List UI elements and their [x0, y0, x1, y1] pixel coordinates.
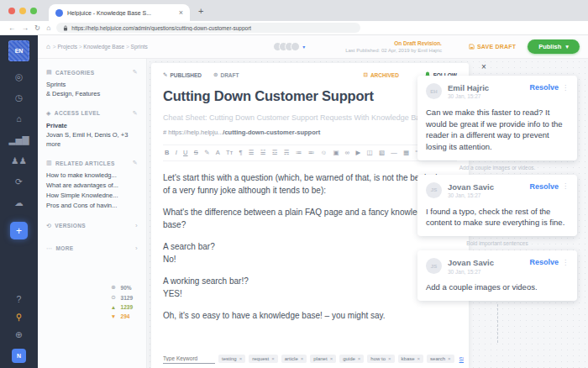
- remove-tag-icon[interactable]: ×: [330, 356, 333, 361]
- align-left-icon[interactable]: ☰: [249, 150, 255, 156]
- more-section[interactable]: ⋯ MORE ›: [46, 244, 138, 256]
- commenter-name: Jovan Savic: [448, 258, 494, 268]
- comment-timestamp: 30 Jan, 15:27: [448, 269, 494, 276]
- edit-access-icon[interactable]: ✎: [133, 110, 138, 117]
- text-color-icon[interactable]: A: [216, 150, 220, 156]
- close-window-button[interactable]: [8, 8, 15, 14]
- table-icon[interactable]: ▦: [403, 150, 409, 156]
- new-tab-button[interactable]: +: [198, 6, 203, 16]
- create-new-button[interactable]: +: [10, 222, 28, 239]
- related-article-link[interactable]: Pros and Cons of havin...: [46, 201, 138, 211]
- globe-icon[interactable]: ⊕: [15, 329, 23, 340]
- fill-color-icon[interactable]: ▧: [379, 150, 385, 156]
- help-icon[interactable]: ?: [15, 294, 23, 305]
- reload-icon[interactable]: ↻: [34, 24, 40, 32]
- attachment-icon[interactable]: ◫: [367, 150, 373, 156]
- comment-menu-icon[interactable]: ⋮: [562, 84, 569, 92]
- address-bar[interactable]: https://help.helpjuice.com/admin/questio…: [56, 23, 360, 33]
- comment-info: Jovan Savic30 Jan, 15:27: [448, 258, 494, 276]
- close-tab-icon[interactable]: ×: [179, 8, 183, 17]
- access-level-label: ACCESS LEVEL: [55, 110, 101, 116]
- back-icon[interactable]: ←: [8, 24, 16, 32]
- resolved-comment-preview[interactable]: Add a couple images or videos.: [417, 165, 577, 171]
- link-icon[interactable]: ∞: [345, 150, 349, 156]
- align-justify-icon[interactable]: ☴: [284, 150, 290, 156]
- target-icon[interactable]: ◎: [8, 71, 29, 82]
- publish-button[interactable]: Publish ▾: [528, 39, 580, 54]
- stat-downvotes-value: 294: [121, 313, 130, 319]
- versions-section[interactable]: ⟲ VERSIONS ›: [46, 222, 138, 234]
- emoji-icon[interactable]: ☺: [320, 150, 327, 156]
- save-draft-button[interactable]: SAVE DRAFT: [469, 44, 516, 50]
- article-subtitle[interactable]: Cheat Sheet: Cutting Down Customer Suppo…: [163, 113, 457, 122]
- stat-satisfaction-value: 90%: [121, 285, 132, 291]
- published-tab[interactable]: ✎ PUBLISHED: [163, 71, 202, 78]
- strikethrough-icon[interactable]: S: [194, 150, 198, 156]
- edit-categories-icon[interactable]: ✎: [133, 69, 138, 76]
- related-article-link[interactable]: What are advantages of...: [46, 181, 138, 191]
- access-level-users: Jovan S, Emil H, Denis O, +3 more: [46, 130, 138, 150]
- breadcrumb-item[interactable]: Projects: [57, 44, 76, 50]
- resolve-button[interactable]: Resolve: [529, 83, 559, 92]
- analytics-icon[interactable]: ▂▅▇: [8, 134, 29, 145]
- article-body[interactable]: Let's start this with a question (which,…: [163, 171, 457, 322]
- edit-related-icon[interactable]: ✎: [133, 160, 138, 166]
- forward-icon[interactable]: →: [22, 24, 29, 32]
- underline-icon[interactable]: U: [183, 150, 187, 156]
- video-icon[interactable]: ▶: [355, 150, 360, 156]
- related-article-link[interactable]: How to make knowledg...: [46, 171, 138, 181]
- resolved-comment-preview[interactable]: Bold important sentences: [417, 240, 577, 246]
- close-comments-icon[interactable]: ×: [481, 62, 486, 71]
- tab-title: Helpjuice - Knowledge Base S...: [67, 10, 175, 16]
- breadcrumb-home-icon[interactable]: ⌂: [46, 43, 50, 50]
- workspace-logo[interactable]: EN: [8, 40, 29, 61]
- commenter-avatar: JS: [426, 258, 442, 274]
- tag-input[interactable]: [163, 354, 215, 364]
- align-center-icon[interactable]: ☱: [260, 150, 266, 156]
- paragraph-style-icon[interactable]: ¶: [239, 150, 242, 156]
- whats-new-icon[interactable]: ⚲: [15, 312, 23, 323]
- remove-tag-icon[interactable]: ×: [358, 356, 361, 361]
- stat-views-value: 3129: [121, 295, 133, 301]
- comment-info: Jovan Savic30 Jan, 15:27: [448, 182, 494, 200]
- remove-tag-icon[interactable]: ×: [239, 356, 243, 361]
- related-article-link[interactable]: How Simple Knowledne...: [46, 191, 138, 201]
- font-size-icon[interactable]: Tт: [226, 150, 233, 156]
- remove-tag-icon[interactable]: ×: [271, 356, 275, 361]
- collaborator-avatar[interactable]: [291, 42, 300, 51]
- unordered-list-icon[interactable]: ≕: [308, 150, 315, 156]
- notifications-badge[interactable]: N: [12, 349, 26, 363]
- resolve-button[interactable]: Resolve: [529, 258, 559, 266]
- article-stats: ⊜90%⊙3129▲1239▼294: [110, 284, 133, 323]
- status-line1: On Draft Revision.: [345, 39, 442, 47]
- minimize-window-button[interactable]: [19, 8, 26, 14]
- comment-menu-icon[interactable]: ⋮: [562, 259, 569, 266]
- maximize-window-button[interactable]: [30, 8, 37, 14]
- remove-tag-icon[interactable]: ×: [388, 356, 391, 361]
- article-paragraph: Oh, it's so easy to have a knowledge bas…: [163, 309, 454, 322]
- users-icon[interactable]: ♟♟: [8, 155, 29, 166]
- home-icon[interactable]: ⌂: [8, 113, 29, 124]
- article-url[interactable]: # https://help.helpju.../cutting-down-cu…: [163, 129, 457, 136]
- archive-button[interactable]: ⊟ ARCHIVED: [363, 71, 398, 78]
- highlighter-icon[interactable]: ✎: [204, 150, 209, 156]
- browser-home-icon[interactable]: ⌂: [46, 24, 50, 32]
- article-title[interactable]: Cutting Down Customer Support: [163, 88, 457, 104]
- cloud-icon[interactable]: ☁: [8, 197, 29, 208]
- remove-tag-icon[interactable]: ×: [301, 356, 304, 361]
- italic-icon[interactable]: I: [176, 150, 177, 156]
- bold-icon[interactable]: B: [165, 150, 169, 156]
- breadcrumb-item[interactable]: Sprints: [131, 44, 148, 50]
- image-icon[interactable]: ▣: [333, 150, 339, 156]
- history-icon[interactable]: ◷: [8, 92, 29, 103]
- draft-tab[interactable]: ⊙ DRAFT: [213, 71, 239, 78]
- resolve-button[interactable]: Resolve: [529, 182, 559, 191]
- breadcrumb-item[interactable]: Knowledge Base: [83, 44, 124, 50]
- align-right-icon[interactable]: ☲: [272, 150, 278, 156]
- ordered-list-icon[interactable]: ≔: [296, 150, 302, 156]
- avatars-caret-icon[interactable]: ▾: [302, 44, 305, 50]
- browser-tab[interactable]: Helpjuice - Knowledge Base S... ×: [49, 4, 190, 21]
- sync-icon[interactable]: ⟳: [8, 176, 29, 187]
- comment-menu-icon[interactable]: ⋮: [562, 182, 569, 190]
- horizontal-rule-icon[interactable]: —: [391, 150, 397, 156]
